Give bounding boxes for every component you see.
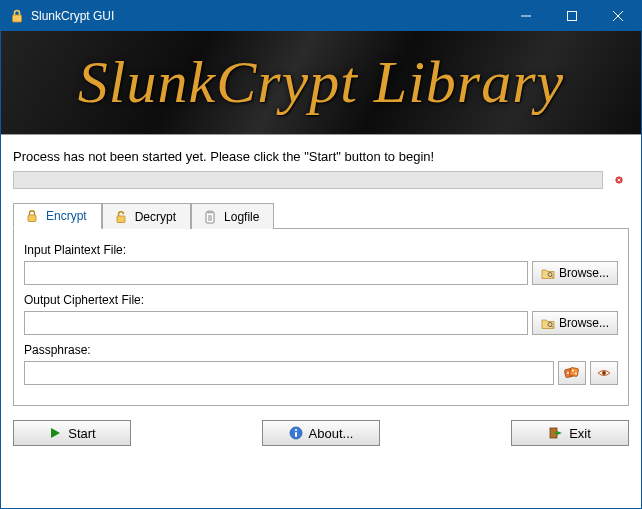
exit-label: Exit xyxy=(569,426,591,441)
exit-icon xyxy=(549,426,563,440)
svg-point-21 xyxy=(572,370,574,372)
banner-text: SlunkCrypt Library xyxy=(78,48,564,117)
about-label: About... xyxy=(309,426,354,441)
close-window-button[interactable] xyxy=(595,1,641,31)
lock-open-icon xyxy=(113,209,129,225)
svg-point-22 xyxy=(575,373,577,375)
browse-input-button[interactable]: Browse... xyxy=(532,261,618,285)
dice-icon xyxy=(564,365,580,381)
titlebar: SlunkCrypt GUI xyxy=(1,1,641,31)
passphrase-label: Passphrase: xyxy=(24,343,618,357)
status-message: Process has not been started yet. Please… xyxy=(13,149,629,164)
svg-rect-8 xyxy=(28,215,36,222)
tab-logfile[interactable]: Logfile xyxy=(191,203,274,229)
eye-icon xyxy=(596,365,612,381)
passphrase-field[interactable] xyxy=(24,361,554,385)
browse-output-button[interactable]: Browse... xyxy=(532,311,618,335)
start-button[interactable]: Start xyxy=(13,420,131,446)
minimize-button[interactable] xyxy=(503,1,549,31)
footer: Start About... Exit xyxy=(1,406,641,458)
browse-output-label: Browse... xyxy=(559,316,609,330)
svg-rect-0 xyxy=(13,15,22,22)
svg-rect-20 xyxy=(569,367,578,376)
input-file-label: Input Plaintext File: xyxy=(24,243,618,257)
svg-point-23 xyxy=(567,372,569,374)
tab-encrypt-label: Encrypt xyxy=(46,209,87,223)
maximize-button[interactable] xyxy=(549,1,595,31)
tab-decrypt[interactable]: Decrypt xyxy=(102,203,191,229)
svg-point-28 xyxy=(294,429,296,431)
progress-bar xyxy=(13,171,603,189)
folder-search-icon xyxy=(541,316,555,330)
tab-encrypt[interactable]: Encrypt xyxy=(13,203,102,229)
start-label: Start xyxy=(68,426,95,441)
window-title: SlunkCrypt GUI xyxy=(31,9,503,23)
svg-rect-2 xyxy=(568,12,577,21)
app-icon-lock xyxy=(9,8,25,24)
info-icon xyxy=(289,426,303,440)
input-file-field[interactable] xyxy=(24,261,528,285)
exit-button[interactable]: Exit xyxy=(511,420,629,446)
svg-rect-9 xyxy=(117,216,125,223)
svg-marker-26 xyxy=(51,428,60,438)
output-file-label: Output Ciphertext File: xyxy=(24,293,618,307)
lock-closed-icon xyxy=(24,208,40,224)
tabstrip: Encrypt Decrypt Logfile xyxy=(13,202,629,228)
encrypt-panel: Input Plaintext File: Browse... Output C… xyxy=(13,228,629,406)
browse-input-label: Browse... xyxy=(559,266,609,280)
tab-decrypt-label: Decrypt xyxy=(135,210,176,224)
logfile-icon xyxy=(202,209,218,225)
play-icon xyxy=(48,426,62,440)
svg-rect-11 xyxy=(208,211,212,213)
folder-search-icon xyxy=(541,266,555,280)
svg-point-25 xyxy=(603,372,605,374)
abort-button[interactable] xyxy=(609,170,629,190)
tab-logfile-label: Logfile xyxy=(224,210,259,224)
svg-rect-29 xyxy=(295,432,297,437)
random-passphrase-button[interactable] xyxy=(558,361,586,385)
show-passphrase-button[interactable] xyxy=(590,361,618,385)
about-button[interactable]: About... xyxy=(262,420,380,446)
output-file-field[interactable] xyxy=(24,311,528,335)
banner: SlunkCrypt Library xyxy=(1,31,641,135)
